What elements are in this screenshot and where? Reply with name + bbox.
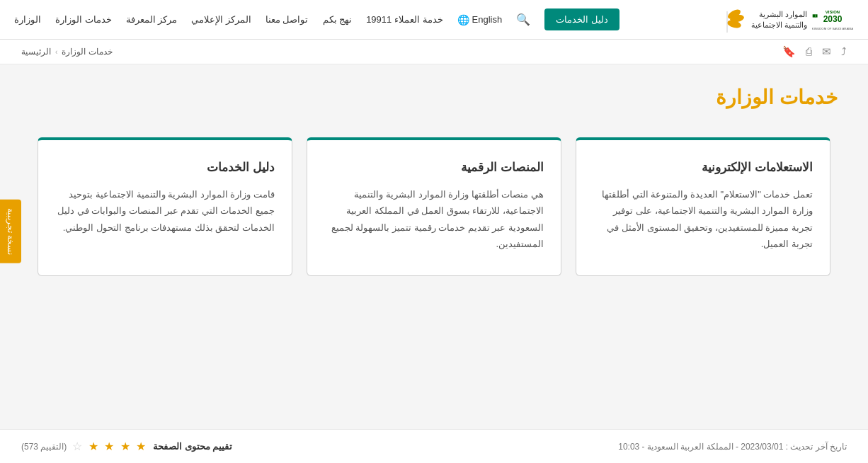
svg-text:أ: أ (815, 13, 816, 17)
nav-services[interactable]: خدمات الوزارة (55, 14, 112, 25)
navbar-right: VISION 2030 KINGDOM OF SAUDI ARABIA أ ال… (713, 4, 854, 35)
side-tab[interactable]: نسخة تجريبية (0, 200, 21, 263)
nav-customer-service[interactable]: خدمة العملاء 19911 (366, 14, 442, 25)
breadcrumb-home[interactable]: الرئيسية (21, 47, 51, 57)
search-button[interactable]: 🔍 (516, 13, 530, 26)
language-button[interactable]: English 🌐 (457, 14, 503, 25)
breadcrumb-separator: › (55, 48, 57, 56)
globe-icon: 🌐 (457, 14, 469, 25)
card-inquiries-title: الاستعلامات الإلكترونية (593, 160, 813, 175)
card-inquiries: الاستعلامات الإلكترونية تعمل خدمات "الاس… (576, 137, 830, 276)
bookmark-icon[interactable]: 🔖 (782, 45, 796, 58)
navbar-left: دليل الخدمات 🔍 English 🌐 خدمة العملاء 19… (14, 8, 619, 30)
card-inquiries-body: تعمل خدمات "الاستعلام" العديدة والمتنوعة… (593, 186, 813, 253)
card-guide-body: قامت وزارة الموارد البشرية والتنمية الاج… (55, 186, 275, 236)
toolbar: ⤴ ✉ ⎙ 🔖 خدمات الوزارة › الرئيسية (0, 40, 868, 64)
print-icon[interactable]: ⎙ (806, 45, 812, 58)
vision-2030-logo: VISION 2030 KINGDOM OF SAUDI ARABIA أ (811, 4, 854, 35)
nav-ministry[interactable]: الوزارة (14, 14, 41, 25)
toolbar-icons: ⤴ ✉ ⎙ 🔖 (782, 45, 847, 58)
ministry-name: الموارد البشرية والتنمية الاجتماعية (751, 9, 807, 30)
svg-text:VISION: VISION (826, 10, 840, 14)
breadcrumb: خدمات الوزارة › الرئيسية (21, 47, 113, 57)
card-digital: المنصات الرقمية هي منصات أطلقتها وزارة ا… (307, 137, 561, 276)
svg-text:2030: 2030 (823, 14, 843, 24)
nav-knowledge[interactable]: مركز المعرفة (126, 14, 178, 25)
navbar: VISION 2030 KINGDOM OF SAUDI ARABIA أ ال… (0, 0, 868, 40)
share-icon[interactable]: ⤴ (841, 45, 847, 58)
lang-label: English (472, 14, 503, 25)
card-guide-title: دليل الخدمات (55, 160, 275, 175)
nav-media[interactable]: المركز الإعلامي (191, 14, 251, 25)
ministry-icon (713, 4, 744, 35)
email-icon[interactable]: ✉ (822, 45, 831, 58)
svg-text:KINGDOM OF SAUDI ARABIA: KINGDOM OF SAUDI ARABIA (812, 26, 853, 30)
page-title: خدمات الوزارة (30, 86, 838, 109)
breadcrumb-current: خدمات الوزارة (62, 47, 112, 57)
card-digital-body: هي منصات أطلقتها وزارة الموارد البشرية و… (324, 186, 544, 253)
card-guide: دليل الخدمات قامت وزارة الموارد البشرية … (38, 137, 292, 276)
cards-row: دليل الخدمات قامت وزارة الموارد البشرية … (30, 137, 838, 276)
nav-approach[interactable]: نهج بكم (323, 14, 353, 25)
guide-button[interactable]: دليل الخدمات (544, 8, 619, 30)
main-content: خدمات الوزارة دليل الخدمات قامت وزارة ال… (16, 64, 852, 319)
ministry-logo-area: الموارد البشرية والتنمية الاجتماعية (713, 4, 807, 35)
nav-contact[interactable]: تواصل معنا (265, 14, 309, 25)
card-digital-title: المنصات الرقمية (324, 160, 544, 175)
